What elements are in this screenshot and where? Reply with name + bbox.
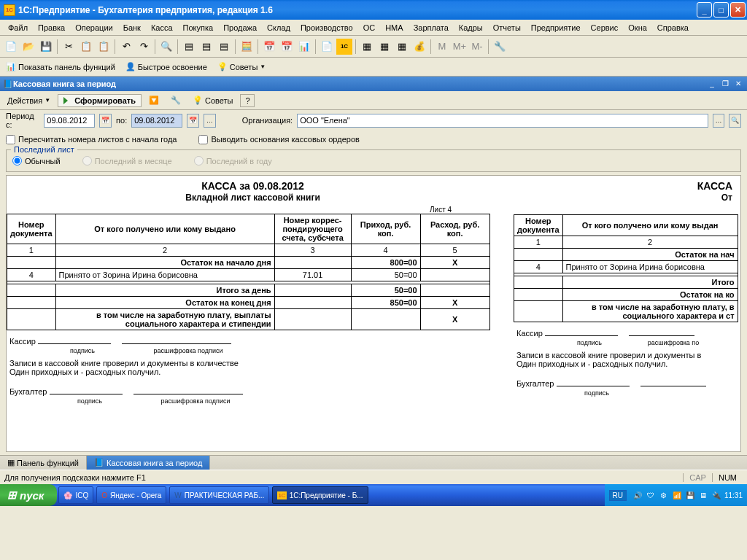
list2-icon[interactable]: ▤ xyxy=(198,39,214,55)
form-button[interactable]: Сформировать xyxy=(58,94,142,107)
filter-button[interactable]: 🔽 xyxy=(144,93,163,107)
org-open-button[interactable]: 🔍 xyxy=(729,114,741,128)
cal1-icon[interactable]: 📅 xyxy=(261,39,277,55)
sub-minimize-button[interactable]: _ xyxy=(706,79,718,89)
reg1-icon[interactable]: ▦ xyxy=(359,39,375,55)
actions-dropdown[interactable]: Действия▼ xyxy=(3,94,55,107)
cut-icon[interactable]: ✂ xyxy=(61,39,77,55)
clock[interactable]: 11:31 xyxy=(724,491,743,499)
task-opera[interactable]: OЯндекс - Opera xyxy=(96,486,166,504)
chart-icon[interactable]: 📊 xyxy=(296,39,312,55)
undo-icon[interactable]: ↶ xyxy=(118,39,134,55)
settings-button[interactable]: 🔧 xyxy=(166,93,185,107)
cal2-icon[interactable]: 📅 xyxy=(279,39,295,55)
tab-panel-functions[interactable]: ▦Панель функций xyxy=(0,456,87,470)
new-icon[interactable]: 📄 xyxy=(3,39,19,55)
menu-sale[interactable]: Продажа xyxy=(218,22,262,34)
doc-icon[interactable]: 📄 xyxy=(319,39,335,55)
menu-reports[interactable]: Отчеты xyxy=(488,22,526,34)
tray-icon-6[interactable]: 🖥 xyxy=(698,490,708,500)
reg3-icon[interactable]: ▦ xyxy=(394,39,410,55)
settings-icon[interactable]: 🔧 xyxy=(492,39,508,55)
menu-warehouse[interactable]: Склад xyxy=(262,22,295,34)
calc-icon[interactable]: 🧮 xyxy=(239,39,255,55)
report-area[interactable]: КАССА за 09.08.2012 Вкладной лист кассов… xyxy=(6,175,741,452)
panel-functions-button[interactable]: 📊Показать панель функций xyxy=(3,61,118,74)
radio-last-month[interactable]: Последний в месяце xyxy=(82,156,172,166)
radio-regular[interactable]: Обычный xyxy=(12,156,61,166)
menu-edit[interactable]: Правка xyxy=(33,22,70,34)
tray-icon-5[interactable]: 💾 xyxy=(685,490,695,500)
menu-assets[interactable]: ОС xyxy=(358,22,381,34)
quick-start-button[interactable]: 👤Быстрое освоение xyxy=(123,61,210,74)
copy-icon[interactable]: 📋 xyxy=(78,39,94,55)
mplus-icon[interactable]: M+ xyxy=(452,39,468,55)
lang-indicator[interactable]: RU xyxy=(609,490,627,501)
menu-file[interactable]: Файл xyxy=(3,22,33,34)
advice-button-2[interactable]: 💡Советы xyxy=(188,93,237,107)
doc-icon: 📘 xyxy=(94,458,104,467)
maximize-button[interactable]: □ xyxy=(713,2,729,18)
task-word[interactable]: WПРАКТИЧЕСКАЯ РАБ... xyxy=(169,486,269,504)
money-icon[interactable]: 💰 xyxy=(411,39,427,55)
sub-restore-button[interactable]: ❐ xyxy=(719,79,731,89)
tray-icon-7[interactable]: 🔌 xyxy=(711,490,721,500)
menu-purchase[interactable]: Покупка xyxy=(178,22,219,34)
radio-last-year[interactable]: Последний в году xyxy=(194,156,272,166)
date-to-picker[interactable]: 📅 xyxy=(187,114,199,128)
date-from-picker[interactable]: 📅 xyxy=(99,114,112,128)
actionbar: Действия▼ Сформировать 🔽 🔧 💡Советы ? xyxy=(0,91,747,110)
date-to-input[interactable] xyxy=(131,114,182,128)
output-basis-checkbox[interactable]: Выводить основания кассовых ордеров xyxy=(198,135,359,144)
save-icon[interactable]: 💾 xyxy=(38,39,54,55)
close-button[interactable]: ✕ xyxy=(730,2,746,18)
menu-enterprise[interactable]: Предприятие xyxy=(526,22,586,34)
find-icon[interactable]: 🔍 xyxy=(158,39,174,55)
menu-operations[interactable]: Операции xyxy=(70,22,117,34)
task-1c[interactable]: 1C1С:Предприятие - Б... xyxy=(272,486,368,504)
minimize-button[interactable]: _ xyxy=(697,2,712,18)
reg2-icon[interactable]: ▦ xyxy=(376,39,392,55)
tray-icon-1[interactable]: 🔊 xyxy=(632,490,643,500)
report-subtitle-2: От xyxy=(514,192,732,206)
tray-icon-2[interactable]: 🛡 xyxy=(646,490,656,500)
menubar: Файл Правка Операции Банк Касса Покупка … xyxy=(0,20,747,36)
tab-cash-book[interactable]: 📘Кассовая книга за период xyxy=(87,456,210,470)
menu-intangible[interactable]: НМА xyxy=(380,22,408,34)
params-row: Период с: 📅 по: 📅 … Организация: … 🔍 xyxy=(0,110,747,131)
task-icq[interactable]: 🌸ICQ xyxy=(58,486,93,504)
tray-icon-4[interactable]: 📶 xyxy=(672,490,682,500)
start-button[interactable]: ⊞пуск xyxy=(0,484,57,506)
advice-button[interactable]: 💡Советы▼ xyxy=(214,61,268,74)
1c-icon[interactable]: 1C xyxy=(336,39,352,55)
recalc-checkbox[interactable]: Пересчитать номера листов с начала года xyxy=(6,135,177,144)
menu-production[interactable]: Производство xyxy=(295,22,358,34)
m-icon[interactable]: M xyxy=(434,39,450,55)
org-input[interactable] xyxy=(297,114,708,128)
menu-help[interactable]: Справка xyxy=(652,22,694,34)
help-button[interactable]: ? xyxy=(240,94,255,107)
menu-service[interactable]: Сервис xyxy=(586,22,624,34)
open-icon[interactable]: 📂 xyxy=(20,39,36,55)
period-select-button[interactable]: … xyxy=(204,114,216,128)
sub-close-button[interactable]: ✕ xyxy=(732,79,744,89)
mminus-icon[interactable]: M- xyxy=(469,39,485,55)
main-toolbar: 📄 📂 💾 ✂ 📋 📋 ↶ ↷ 🔍 ▤ ▤ ▤ 🧮 📅 📅 📊 📄 1C ▦ ▦… xyxy=(0,36,747,58)
list3-icon[interactable]: ▤ xyxy=(216,39,232,55)
menu-hr[interactable]: Кадры xyxy=(454,22,488,34)
menu-cash[interactable]: Касса xyxy=(146,22,178,34)
org-select-button[interactable]: … xyxy=(713,114,725,128)
last-sheet-group: Последний лист Обычный Последний в месяц… xyxy=(6,149,741,172)
list-icon[interactable]: ▤ xyxy=(181,39,197,55)
menu-salary[interactable]: Зарплата xyxy=(409,22,454,34)
paste-icon[interactable]: 📋 xyxy=(96,39,112,55)
report-left: КАССА за 09.08.2012 Вкладной лист кассов… xyxy=(7,176,499,409)
date-from-input[interactable] xyxy=(44,114,95,128)
subwindow-title: Кассовая книга за период xyxy=(13,79,705,88)
menu-bank[interactable]: Банк xyxy=(118,22,146,34)
group-legend: Последний лист xyxy=(11,145,77,154)
doc-icon: 📘 xyxy=(3,79,13,89)
tray-icon-3[interactable]: ⚙ xyxy=(659,490,669,500)
menu-windows[interactable]: Окна xyxy=(623,22,652,34)
redo-icon[interactable]: ↷ xyxy=(136,39,152,55)
